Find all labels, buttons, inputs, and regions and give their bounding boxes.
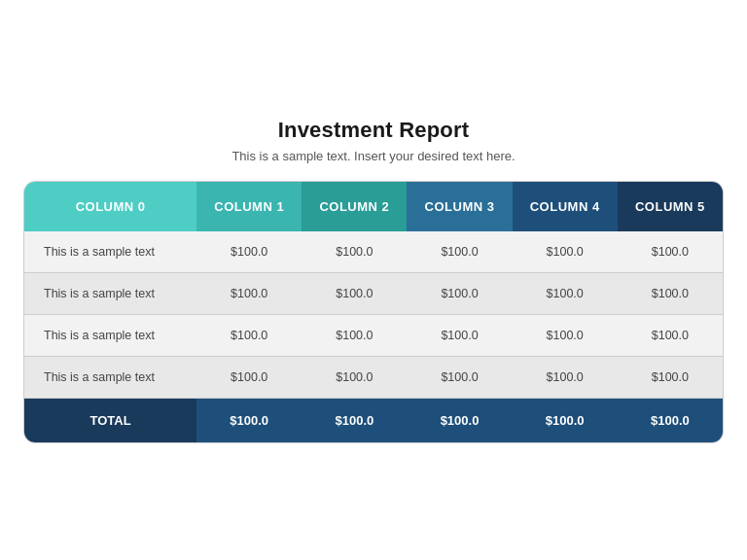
cell-3-3: $100.0	[407, 356, 512, 398]
col-header-1: COLUMN 1	[196, 182, 302, 231]
col-header-0: COLUMN 0	[24, 182, 196, 231]
cell-0-1: $100.0	[196, 231, 302, 273]
footer-label: TOTAL	[24, 398, 196, 442]
cell-2-3: $100.0	[407, 314, 512, 356]
col-header-2: COLUMN 2	[302, 182, 407, 231]
table-row: This is a sample text$100.0$100.0$100.0$…	[24, 314, 723, 356]
cell-0-3: $100.0	[407, 231, 512, 273]
col-header-4: COLUMN 4	[513, 182, 618, 231]
table-footer-row: TOTAL$100.0$100.0$100.0$100.0$100.0	[24, 398, 723, 442]
cell-3-4: $100.0	[513, 356, 618, 398]
cell-0-0: This is a sample text	[24, 231, 196, 273]
table-row: This is a sample text$100.0$100.0$100.0$…	[24, 272, 723, 314]
investment-table: COLUMN 0COLUMN 1COLUMN 2COLUMN 3COLUMN 4…	[24, 182, 723, 442]
cell-3-1: $100.0	[196, 356, 302, 398]
cell-1-3: $100.0	[407, 272, 512, 314]
cell-2-5: $100.0	[618, 314, 723, 356]
cell-1-4: $100.0	[513, 272, 618, 314]
page-title: Investment Report	[23, 118, 724, 143]
cell-3-5: $100.0	[618, 356, 723, 398]
table-container: COLUMN 0COLUMN 1COLUMN 2COLUMN 3COLUMN 4…	[23, 181, 724, 443]
cell-1-2: $100.0	[302, 272, 407, 314]
page-wrapper: Investment Report This is a sample text.…	[4, 98, 743, 463]
cell-1-1: $100.0	[196, 272, 302, 314]
cell-2-1: $100.0	[196, 314, 302, 356]
cell-0-5: $100.0	[618, 231, 723, 273]
cell-3-2: $100.0	[302, 356, 407, 398]
footer-value-3: $100.0	[513, 398, 618, 442]
footer-value-4: $100.0	[618, 398, 723, 442]
table-row: This is a sample text$100.0$100.0$100.0$…	[24, 231, 723, 273]
cell-2-4: $100.0	[513, 314, 618, 356]
cell-0-2: $100.0	[302, 231, 407, 273]
col-header-3: COLUMN 3	[407, 182, 512, 231]
cell-0-4: $100.0	[513, 231, 618, 273]
cell-2-2: $100.0	[302, 314, 407, 356]
footer-value-1: $100.0	[302, 398, 407, 442]
cell-1-5: $100.0	[618, 272, 723, 314]
col-header-5: COLUMN 5	[618, 182, 723, 231]
table-row: This is a sample text$100.0$100.0$100.0$…	[24, 356, 723, 398]
page-subtitle: This is a sample text. Insert your desir…	[23, 149, 724, 163]
cell-3-0: This is a sample text	[24, 356, 196, 398]
cell-2-0: This is a sample text	[24, 314, 196, 356]
cell-1-0: This is a sample text	[24, 272, 196, 314]
footer-value-0: $100.0	[196, 398, 302, 442]
footer-value-2: $100.0	[407, 398, 512, 442]
table-header-row: COLUMN 0COLUMN 1COLUMN 2COLUMN 3COLUMN 4…	[24, 182, 723, 231]
